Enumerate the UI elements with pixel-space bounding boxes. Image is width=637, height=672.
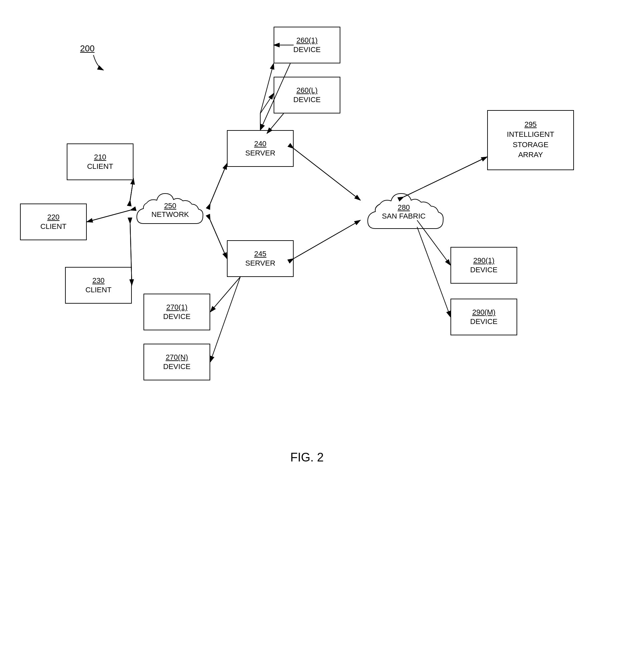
device-290-1-id: 290(1): [473, 256, 494, 265]
san-280-cloud: 280 SAN FABRIC: [360, 177, 447, 247]
server-245-box: 245 SERVER: [227, 240, 294, 277]
san-280-label: SAN FABRIC: [382, 212, 426, 221]
client-210-box: 210 CLIENT: [67, 144, 133, 180]
device-270-1-label: DEVICE: [163, 312, 190, 321]
device-270-1-id: 270(1): [166, 303, 187, 312]
device-290-M-label: DEVICE: [470, 317, 497, 326]
svg-line-16: [87, 210, 130, 222]
client-210-label: CLIENT: [87, 162, 113, 171]
svg-line-10: [210, 163, 227, 203]
client-210-id: 210: [94, 153, 106, 162]
svg-line-11: [210, 163, 227, 203]
device-270-N-label: DEVICE: [163, 362, 190, 371]
client-220-box: 220 CLIENT: [20, 203, 87, 240]
diagram-container: 200 210 CLIENT 220 CLIENT 230 CLIENT 240…: [0, 0, 637, 672]
server-240-label: SERVER: [245, 149, 275, 158]
diagram-label: 200: [80, 43, 94, 54]
svg-line-8: [294, 148, 360, 200]
client-220-label: CLIENT: [40, 222, 67, 231]
svg-line-12: [210, 220, 227, 259]
storage-295-box: 295 INTELLIGENTSTORAGEARRAY: [487, 110, 574, 170]
network-250-label: NETWORK: [151, 210, 189, 219]
device-290-1-label: DEVICE: [470, 266, 497, 274]
device-260-L-label: DEVICE: [293, 95, 321, 104]
svg-line-23: [210, 277, 240, 362]
client-230-id: 230: [92, 276, 105, 285]
svg-line-22: [210, 277, 240, 312]
device-290-M-id: 290(M): [472, 308, 495, 317]
svg-line-9: [294, 148, 360, 200]
server-245-id: 245: [254, 250, 267, 258]
storage-295-id: 295: [525, 120, 537, 129]
device-290-1-box: 290(1) DEVICE: [451, 247, 517, 284]
server-240-box: 240 SERVER: [227, 130, 294, 167]
client-230-box: 230 CLIENT: [65, 267, 132, 304]
device-270-N-box: 270(N) DEVICE: [144, 344, 210, 380]
device-290-M-box: 290(M) DEVICE: [451, 298, 517, 335]
diagram-id: 200: [80, 43, 94, 53]
client-230-label: CLIENT: [86, 286, 111, 294]
device-260-L-box: 260(L) DEVICE: [274, 77, 340, 113]
san-280-id: 280: [382, 203, 426, 212]
fig-label: FIG. 2: [274, 451, 340, 465]
storage-295-label: INTELLIGENTSTORAGEARRAY: [507, 129, 554, 160]
svg-line-13: [210, 220, 227, 259]
client-220-id: 220: [48, 213, 60, 221]
network-250-id: 250: [151, 202, 189, 210]
svg-line-20: [294, 220, 360, 259]
device-270-1-box: 270(1) DEVICE: [144, 294, 210, 330]
svg-line-6: [260, 93, 274, 113]
fig-label-text: FIG. 2: [290, 451, 324, 464]
svg-line-17: [87, 210, 130, 222]
server-240-id: 240: [254, 140, 267, 148]
device-260-1-id: 260(1): [296, 36, 318, 45]
network-250-cloud: 250 NETWORK: [130, 177, 210, 243]
server-245-label: SERVER: [245, 259, 275, 268]
svg-line-21: [294, 220, 360, 259]
svg-line-7: [260, 63, 274, 113]
device-260-1-box: 260(1) DEVICE: [274, 27, 340, 63]
device-270-N-id: 270(N): [165, 353, 188, 362]
device-260-1-label: DEVICE: [293, 46, 321, 54]
device-260-L-id: 260(L): [296, 86, 318, 95]
